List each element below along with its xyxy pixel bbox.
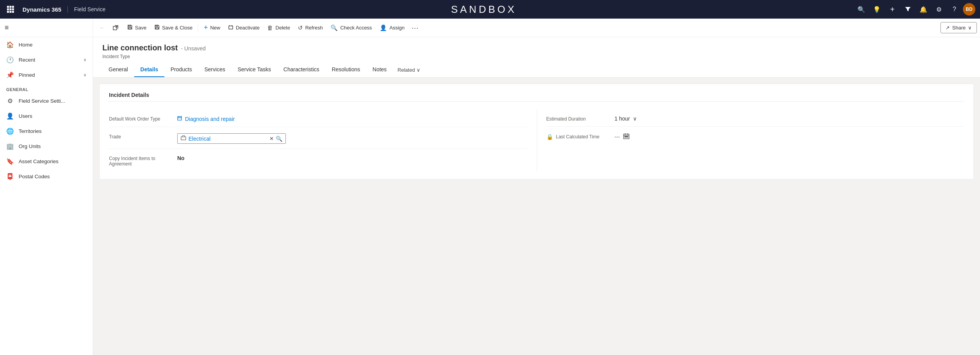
tab-service-tasks[interactable]: Service Tasks [232,62,277,77]
deactivate-label: Deactivate [236,25,259,31]
tab-notes[interactable]: Notes [366,62,393,77]
page-subtitle: Incident Type [102,54,971,59]
more-button[interactable]: ⋯ [408,21,422,34]
cmd-separator-1 [198,24,198,32]
incident-details-title: Incident Details [109,92,964,102]
work-order-type-value: Diagnosis and repair [177,114,527,122]
svg-rect-2 [12,6,14,8]
settings-icon: ⚙ [6,97,14,105]
sidebar-item-postal-codes[interactable]: 📮 Postal Codes [0,169,93,184]
svg-rect-11 [129,28,131,29]
tab-characteristics[interactable]: Characteristics [277,62,326,77]
grid-menu-icon[interactable] [5,3,16,15]
form-row-copy-incident: Copy Incident Items to Agreement No [109,149,527,171]
related-chevron-icon: ∨ [417,67,420,73]
svg-rect-13 [156,28,158,29]
check-access-button[interactable]: 🔍 Check Access [327,21,376,35]
tab-general[interactable]: General [102,62,134,77]
search-icon[interactable]: 🔍 [854,2,868,16]
delete-label: Delete [275,25,290,31]
popout-button[interactable] [109,22,122,34]
nav-arrows: ← [96,22,122,34]
lightbulb-icon[interactable]: 💡 [870,2,884,16]
trade-search-icon[interactable]: 🔍 [276,136,282,142]
sidebar-label-pinned: Pinned [19,72,79,78]
svg-rect-3 [7,9,9,10]
bell-icon[interactable]: 🔔 [916,2,930,16]
sidebar-label-recent: Recent [19,57,79,63]
trade-field[interactable]: Electrical ✕ 🔍 [177,133,286,144]
pinned-icon: 📌 [6,71,14,79]
form-row-work-order-type: Default Work Order Type Diagnosis and re… [109,109,527,127]
copy-incident-label: Copy Incident Items to Agreement [109,153,171,167]
sidebar-label-org-units: Org Units [19,143,86,149]
svg-rect-28 [626,136,627,137]
refresh-button[interactable]: ↺ Refresh [294,21,327,35]
brand-name: Dynamics 365 [22,6,61,13]
sidebar-item-asset-categories[interactable]: 🔖 Asset Categories [0,154,93,169]
calendar-icon[interactable] [623,133,629,141]
deactivate-button[interactable]: Deactivate [224,21,263,35]
plus-icon[interactable]: + [885,2,899,16]
save-close-label: Save & Close [162,25,193,31]
avatar[interactable]: BD [963,3,975,16]
duration-row: 1 hour ∨ [615,115,964,122]
postal-codes-icon: 📮 [6,173,14,180]
svg-rect-15 [229,26,233,29]
check-access-icon: 🔍 [330,24,338,31]
assign-button[interactable]: 👤 Assign [376,21,408,35]
tab-services[interactable]: Services [198,62,232,77]
settings-icon[interactable]: ⚙ [932,2,946,16]
home-icon: 🏠 [6,41,14,48]
trade-clear-button[interactable]: ✕ [270,136,273,141]
check-access-label: Check Access [340,25,372,31]
form-right-column: Estimated Duration 1 hour ∨ [537,109,964,171]
work-order-type-link[interactable]: Diagnosis and repair [177,115,527,122]
svg-rect-12 [129,25,131,26]
sidebar-item-home[interactable]: 🏠 Home [0,37,93,52]
refresh-label: Refresh [305,25,323,31]
delete-icon: 🗑 [267,24,273,31]
last-calc-time-value: --- [615,131,964,141]
sidebar-item-field-service-settings[interactable]: ⚙ Field Service Setti... [0,93,93,109]
delete-button[interactable]: 🗑 Delete [263,21,294,35]
svg-rect-4 [10,9,12,10]
users-icon: 👤 [6,112,14,120]
sidebar-item-pinned[interactable]: 📌 Pinned ∨ [0,67,93,83]
estimated-duration-value: 1 hour ∨ [615,114,964,122]
form-left-column: Default Work Order Type Diagnosis and re… [109,109,537,171]
save-close-button[interactable]: Save & Close [150,21,197,35]
form-row-last-calc-time: 🔒 Last Calculated Time --- [546,127,964,145]
deactivate-icon [228,24,233,31]
duration-chevron-icon[interactable]: ∨ [633,115,637,122]
tab-details[interactable]: Details [134,62,164,77]
pinned-chevron-icon: ∨ [83,72,86,78]
calc-time-label-row: 🔒 Last Calculated Time [546,134,608,140]
share-button[interactable]: ↗ Share ∨ [940,22,977,33]
calc-time-dashes: --- [615,134,620,140]
sidebar-item-recent[interactable]: 🕐 Recent ∨ [0,52,93,67]
calc-time-value-row: --- [615,133,964,141]
sidebar-item-org-units[interactable]: 🏢 Org Units [0,139,93,154]
new-button[interactable]: + New [200,21,224,35]
svg-rect-1 [10,6,12,8]
tab-resolutions[interactable]: Resolutions [325,62,366,77]
save-label: Save [135,25,147,31]
help-icon[interactable]: ? [947,2,961,16]
svg-rect-27 [625,136,626,137]
sidebar: ≡ 🏠 Home 🕐 Recent ∨ 📌 Pinned ∨ General ⚙… [0,19,93,355]
back-button[interactable]: ← [96,22,109,34]
save-button[interactable]: Save [123,21,150,35]
trade-field-icon [181,135,186,142]
copy-incident-text: No [177,155,185,161]
top-navigation: Dynamics 365 Field Service SANDBOX 🔍 💡 +… [0,0,980,19]
sidebar-item-territories[interactable]: 🌐 Territories [0,124,93,139]
recent-chevron-icon: ∨ [83,57,86,62]
filter-icon[interactable] [901,2,915,16]
tab-related[interactable]: Related ∨ [393,63,425,77]
sidebar-label-home: Home [19,42,86,48]
sidebar-hamburger[interactable]: ≡ [0,19,93,37]
sidebar-item-users[interactable]: 👤 Users [0,109,93,124]
tab-products[interactable]: Products [164,62,198,77]
new-label: New [210,25,220,31]
